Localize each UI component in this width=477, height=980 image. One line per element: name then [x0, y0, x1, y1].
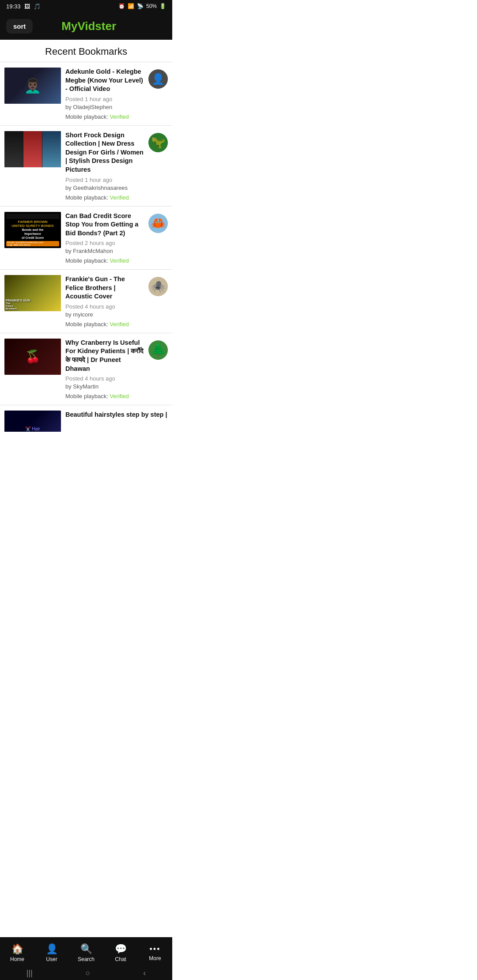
- avatar: 🌲: [148, 340, 168, 360]
- bookmark-title: Can Bad Credit Score Stop You from Getti…: [65, 212, 144, 238]
- bookmark-info: Adekunle Gold - Kelegbe Megbe (Know Your…: [65, 68, 144, 120]
- bookmark-info: Beautiful hairstyles step by step |: [65, 411, 168, 419]
- bookmarks-content: 👨🏿‍🦱 Adekunle Gold - Kelegbe Megbe (Know…: [0, 62, 172, 476]
- alarm-icon: ⏰: [118, 3, 125, 9]
- bookmark-title: Beautiful hairstyles step by step |: [65, 411, 168, 419]
- status-bar: 19:33 🖼 🎵 ⏰ 📶 📡 50% 🔋: [0, 0, 172, 12]
- bookmark-posted: Posted 4 hours ago: [65, 375, 144, 382]
- verified-badge: Verified: [110, 113, 129, 120]
- bookmark-thumbnail: ✂️ Hair: [4, 411, 61, 432]
- bookmark-playback: Mobile playback: Verified: [65, 257, 144, 264]
- bookmark-thumbnail: FRANKIE'S GUN TheFeliceBrothers: [4, 275, 61, 311]
- bookmark-playback: Mobile playback: Verified: [65, 321, 144, 328]
- bookmark-info: Can Bad Credit Score Stop You from Getti…: [65, 212, 144, 264]
- bookmark-title: Why Cranberry Is Useful For Kidney Patie…: [65, 339, 144, 373]
- bookmark-author: by SkyMartin: [65, 383, 144, 390]
- bookmark-author: by Geethakrishnasarees: [65, 185, 144, 191]
- music-icon: 🎵: [34, 3, 41, 10]
- verified-badge: Verified: [110, 257, 129, 264]
- avatar: 🦖: [148, 133, 168, 152]
- verified-badge: Verified: [110, 393, 129, 400]
- bookmark-playback: Mobile playback: Verified: [65, 393, 144, 400]
- bookmarks-list: 👨🏿‍🦱 Adekunle Gold - Kelegbe Megbe (Know…: [0, 62, 172, 432]
- verified-badge: Verified: [110, 194, 129, 201]
- bookmark-info: Why Cranberry Is Useful For Kidney Patie…: [65, 339, 144, 400]
- avatar: 👤: [148, 69, 168, 89]
- top-nav: sort MyVidster: [0, 12, 172, 40]
- bookmark-posted: Posted 2 hours ago: [65, 240, 144, 246]
- bookmark-info: Frankie's Gun - The Felice Brothers | Ac…: [65, 275, 144, 328]
- bookmark-thumbnail: 👨🏿‍🦱: [4, 68, 61, 104]
- bookmark-thumbnail: 🍒: [4, 339, 61, 375]
- bookmark-info: Short Frock Design Collection | New Dres…: [65, 131, 144, 201]
- status-left: 19:33 🖼 🎵: [6, 3, 41, 10]
- bookmark-posted: Posted 4 hours ago: [65, 303, 144, 310]
- status-right: ⏰ 📶 📡 50% 🔋: [118, 3, 166, 9]
- bookmark-thumbnail: FARMER BROWNUNITED SURETY BONDSBonds and…: [4, 212, 61, 248]
- wifi-icon: 📶: [128, 3, 134, 9]
- bookmark-title: Short Frock Design Collection | New Dres…: [65, 131, 144, 174]
- bookmark-playback: Mobile playback: Verified: [65, 194, 144, 201]
- list-item[interactable]: 🍒 Why Cranberry Is Useful For Kidney Pat…: [0, 333, 172, 405]
- bookmark-title: Frankie's Gun - The Felice Brothers | Ac…: [65, 275, 144, 301]
- bookmark-author: by FrankMcMahon: [65, 248, 144, 254]
- battery-icon: 🔋: [159, 3, 166, 9]
- battery-text: 50%: [146, 3, 157, 9]
- bookmark-posted: Posted 1 hour ago: [65, 177, 144, 183]
- page-title: Recent Bookmarks: [0, 40, 172, 62]
- list-item[interactable]: Short Frock Design Collection | New Dres…: [0, 126, 172, 207]
- bookmark-posted: Posted 1 hour ago: [65, 96, 144, 102]
- bookmark-author: by myicore: [65, 311, 144, 318]
- avatar: 🦀: [148, 214, 168, 233]
- sort-button[interactable]: sort: [6, 19, 33, 34]
- bookmark-title: Adekunle Gold - Kelegbe Megbe (Know Your…: [65, 68, 144, 94]
- list-item[interactable]: 👨🏿‍🦱 Adekunle Gold - Kelegbe Megbe (Know…: [0, 62, 172, 126]
- list-item[interactable]: FRANKIE'S GUN TheFeliceBrothers Frankie'…: [0, 270, 172, 333]
- list-item[interactable]: ✂️ Hair Beautiful hairstyles step by ste…: [0, 405, 172, 432]
- list-item[interactable]: FARMER BROWNUNITED SURETY BONDSBonds and…: [0, 207, 172, 270]
- bookmark-playback: Mobile playback: Verified: [65, 113, 144, 120]
- bookmark-author: by OladejiStephen: [65, 104, 144, 110]
- verified-badge: Verified: [110, 321, 129, 328]
- bookmark-thumbnail: [4, 131, 61, 167]
- app-title: MyVidster: [38, 19, 140, 33]
- avatar: 🕷️: [148, 277, 168, 296]
- photo-icon: 🖼: [24, 3, 30, 10]
- time: 19:33: [6, 3, 21, 10]
- signal-icon: 📡: [137, 3, 144, 9]
